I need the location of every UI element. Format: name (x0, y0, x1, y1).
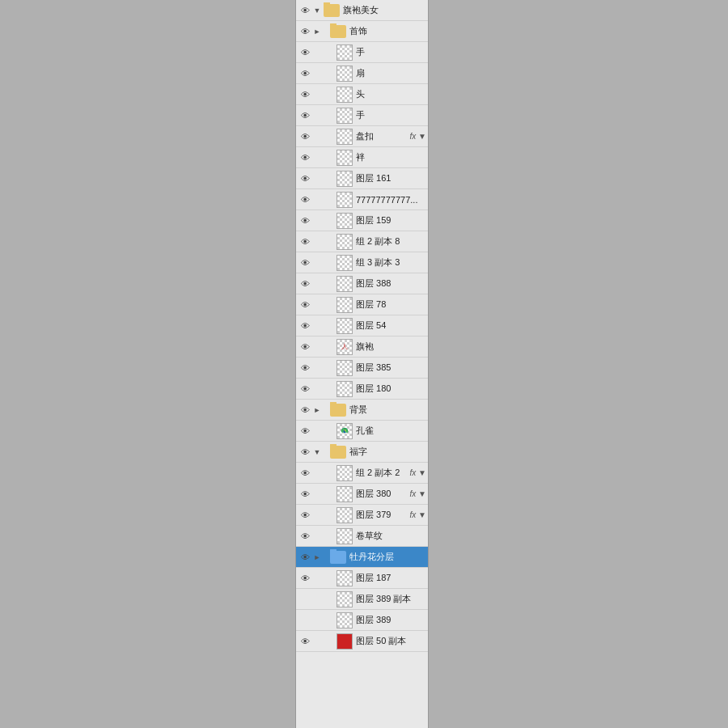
layer-row[interactable]: 👁图层 380fx ▼ (296, 484, 428, 505)
visibility-icon[interactable]: 👁 (298, 340, 312, 354)
expand-arrow[interactable]: ► (312, 24, 322, 39)
layer-thumbnail (336, 465, 353, 481)
layer-name: 图层 180 (354, 383, 426, 395)
visibility-icon[interactable]: 👁 (298, 87, 312, 102)
layer-row[interactable]: 图层 389 副本 (296, 589, 428, 610)
layer-thumbnail (336, 297, 353, 313)
layer-row[interactable]: 👁头 (296, 84, 428, 105)
layer-row[interactable]: 👁►牡丹花分层 (296, 547, 428, 568)
layer-row[interactable]: 👁图层 54 (296, 315, 428, 336)
fx-badge: fx ▼ (410, 468, 426, 477)
visibility-icon[interactable]: 👁 (298, 45, 312, 60)
layer-row[interactable]: 👁扇 (296, 63, 428, 84)
fx-badge: fx ▼ (410, 132, 426, 141)
layer-name: 图层 389 (354, 614, 426, 626)
layer-row[interactable]: 👁组 3 副本 3 (296, 252, 428, 273)
layer-row[interactable]: 👁图层 161 (296, 168, 428, 189)
visibility-icon[interactable]: 👁 (298, 361, 312, 375)
visibility-icon[interactable]: 👁 (298, 256, 312, 270)
visibility-icon[interactable]: 👁 (298, 424, 312, 438)
visibility-icon[interactable]: 👁 (298, 298, 312, 312)
visibility-icon[interactable]: 👁 (298, 466, 312, 480)
layer-thumbnail (336, 612, 353, 629)
layer-row[interactable]: 👁▼福字 (296, 442, 428, 463)
visibility-icon[interactable]: 👁 (298, 487, 312, 502)
visibility-icon[interactable]: 👁 (298, 24, 312, 39)
fx-badge: fx ▼ (410, 489, 426, 498)
visibility-icon[interactable]: 👁 (298, 150, 312, 165)
expand-arrow[interactable]: ▼ (312, 3, 322, 18)
visibility-icon[interactable]: 👁 (298, 445, 312, 459)
layer-name: 牡丹花分层 (348, 551, 426, 563)
visibility-icon[interactable]: 👁 (298, 129, 312, 144)
layer-row[interactable]: 👁卷草纹 (296, 526, 428, 547)
visibility-icon[interactable] (298, 592, 312, 607)
layer-name: 图层 161 (354, 172, 426, 184)
visibility-icon[interactable]: 👁 (298, 277, 312, 291)
layer-thumbnail: 人 (336, 339, 353, 355)
layer-row[interactable]: 👁图层 379fx ▼ (296, 505, 428, 526)
visibility-icon[interactable]: 👁 (298, 550, 312, 565)
layer-row[interactable]: 👁图层 78 (296, 294, 428, 315)
visibility-icon[interactable]: 👁 (298, 571, 312, 586)
layer-thumbnail (336, 234, 353, 250)
layer-row[interactable]: 👁图层 187 (296, 568, 428, 589)
visibility-icon[interactable]: 👁 (298, 382, 312, 396)
layer-row[interactable]: 👁盘扣fx ▼ (296, 126, 428, 147)
layer-thumbnail (336, 591, 353, 607)
visibility-icon[interactable] (298, 613, 312, 628)
visibility-icon[interactable]: 👁 (298, 108, 312, 123)
layer-name: 背景 (348, 404, 426, 416)
expand-arrow[interactable]: ▼ (312, 445, 322, 459)
layer-thumbnail (336, 633, 353, 650)
layer-row[interactable]: 👁袢 (296, 147, 428, 168)
layer-thumbnail: 🦚 (336, 423, 353, 439)
layer-thumbnail (336, 507, 353, 523)
visibility-icon[interactable]: 👁 (298, 235, 312, 249)
layer-name: 孔雀 (354, 425, 426, 437)
visibility-icon[interactable]: 👁 (298, 403, 312, 417)
visibility-icon[interactable]: 👁 (298, 529, 312, 544)
layer-name: 图层 385 (354, 362, 426, 374)
layer-row[interactable]: 👁手 (296, 42, 428, 63)
layer-row[interactable]: 👁手 (296, 105, 428, 126)
layer-name: 图层 380 (354, 488, 408, 500)
visibility-icon[interactable]: 👁 (298, 3, 312, 18)
layer-row[interactable]: 👁图层 385 (296, 358, 428, 379)
layer-row[interactable]: 👁图层 388 (296, 273, 428, 294)
visibility-icon[interactable]: 👁 (298, 193, 312, 207)
layer-row[interactable]: 👁►首饰 (296, 21, 428, 42)
visibility-icon[interactable]: 👁 (298, 319, 312, 333)
layer-row[interactable]: 👁图层 180 (296, 379, 428, 400)
expand-arrow[interactable]: ► (312, 550, 322, 565)
layer-row[interactable]: 👁77777777777... (296, 189, 428, 210)
visibility-icon[interactable]: 👁 (298, 214, 312, 228)
layer-thumbnail (336, 213, 353, 229)
layer-name: 图层 379 (354, 509, 408, 521)
layer-row[interactable]: 👁🦚孔雀 (296, 421, 428, 442)
layers-list[interactable]: 👁▼旗袍美女👁►首饰👁手👁扇👁头👁手👁盘扣fx ▼👁袢👁图层 161👁77777… (296, 0, 428, 728)
layer-row[interactable]: 👁图层 50 副本 (296, 631, 428, 652)
layer-row[interactable]: 👁组 2 副本 2fx ▼ (296, 463, 428, 484)
visibility-icon[interactable]: 👁 (298, 66, 312, 81)
layer-thumbnail (336, 129, 353, 145)
layer-thumbnail (336, 360, 353, 376)
layer-row[interactable]: 👁►背景 (296, 400, 428, 421)
layer-row[interactable]: 图层 389 (296, 610, 428, 631)
visibility-icon[interactable]: 👁 (298, 171, 312, 186)
visibility-icon[interactable]: 👁 (298, 634, 312, 649)
layer-name: 组 2 副本 2 (354, 467, 408, 479)
layer-row[interactable]: 👁人旗袍 (296, 336, 428, 358)
expand-arrow[interactable]: ► (312, 403, 322, 417)
layer-name: 组 2 副本 8 (354, 235, 426, 248)
layer-row[interactable]: 👁▼旗袍美女 (296, 0, 428, 21)
layer-name: 头 (354, 88, 426, 100)
layer-thumbnail (330, 549, 346, 565)
layer-thumbnail (336, 66, 353, 82)
layer-name: 77777777777... (354, 195, 426, 205)
layer-thumbnail (336, 318, 353, 334)
layer-name: 首饰 (348, 25, 426, 37)
visibility-icon[interactable]: 👁 (298, 508, 312, 523)
layer-row[interactable]: 👁组 2 副本 8 (296, 231, 428, 252)
layer-row[interactable]: 👁图层 159 (296, 210, 428, 231)
